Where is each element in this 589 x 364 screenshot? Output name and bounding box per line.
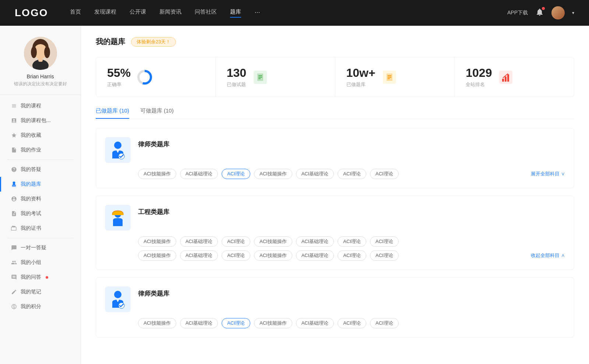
main-layout: Brian Harris 错误的决定比没有决定要好 我的课程 我的课程包... …: [0, 26, 589, 364]
svg-rect-16: [112, 214, 124, 215]
stat-done-questions-value: 130: [227, 66, 246, 80]
tag-law2-skill-op-2[interactable]: ACI技能操作: [254, 318, 292, 328]
sidebar-item-my-course[interactable]: 我的课程: [0, 99, 81, 113]
package-icon: [11, 118, 17, 124]
sidebar-item-my-favorites[interactable]: 我的收藏: [0, 128, 81, 143]
main-content: 我的题库 体验剩余23天！ 55% 正确率 130: [81, 26, 589, 364]
avatar-image: [551, 6, 565, 19]
tag-law2-theory-2[interactable]: ACI理论: [338, 318, 366, 328]
sidebar-item-my-qa[interactable]: 我的答疑: [0, 162, 81, 177]
stats-row: 55% 正确率 130 已做试题: [96, 57, 574, 97]
note-icon: [11, 289, 17, 295]
tag-eng-basic-theory-1[interactable]: ACI基础理论: [180, 236, 218, 247]
tag-eng2-skill-op-1[interactable]: ACI技能操作: [138, 250, 176, 261]
tag-aci-skill-op-1[interactable]: ACI技能操作: [138, 169, 176, 179]
tag-eng2-skill-op-2[interactable]: ACI技能操作: [254, 250, 292, 261]
nav-discover[interactable]: 发现课程: [94, 8, 116, 18]
expand-all-link-lawyer-1[interactable]: 展开全部科目 ∨: [531, 171, 565, 177]
sidebar-label-my-package: 我的课程包...: [21, 117, 51, 124]
tag-eng-basic-theory-2[interactable]: ACI基础理论: [296, 236, 334, 247]
nav-open-course[interactable]: 公开课: [130, 8, 146, 18]
notification-dot: [542, 7, 545, 10]
stat-accuracy-icon: [137, 70, 152, 85]
forum-qa-dot: [46, 276, 48, 279]
tag-aci-skill-op-2[interactable]: ACI技能操作: [254, 169, 292, 179]
tag-eng-skill-op-2[interactable]: ACI技能操作: [254, 236, 292, 247]
tag-law2-basic-theory-2[interactable]: ACI基础理论: [296, 318, 334, 328]
app-download-link[interactable]: APP下载: [507, 10, 528, 16]
tag-eng2-basic-theory-2[interactable]: ACI基础理论: [296, 250, 334, 261]
page-header: 我的题库 体验剩余23天！: [96, 37, 574, 47]
nav-qbank[interactable]: 题库: [230, 8, 241, 18]
tag-eng-theory-1[interactable]: ACI理论: [222, 236, 250, 247]
tag-eng2-theory-3[interactable]: ACI理论: [370, 250, 399, 261]
stat-ranking-icon: [498, 70, 513, 85]
tag-law2-basic-theory-1[interactable]: ACI基础理论: [180, 318, 218, 328]
tag-eng2-theory-2[interactable]: ACI理论: [338, 250, 366, 261]
sidebar-label-my-profile: 我的资料: [21, 196, 41, 202]
sidebar-item-my-homework[interactable]: 我的作业: [0, 143, 81, 157]
sidebar-item-my-notes[interactable]: 我的笔记: [0, 285, 81, 299]
sidebar-label-my-favorites: 我的收藏: [21, 132, 41, 139]
tag-aci-theory-2[interactable]: ACI理论: [338, 169, 366, 179]
doc-green-icon: [254, 71, 267, 84]
nav-home[interactable]: 首页: [70, 8, 81, 18]
tag-eng-theory-2[interactable]: ACI理论: [338, 236, 366, 247]
tag-eng2-basic-theory-1[interactable]: ACI基础理论: [180, 250, 218, 261]
qbank-tags-engineer-row2: ACI技能操作 ACI基础理论 ACI理论 ACI技能操作 ACI基础理论 AC…: [105, 250, 565, 261]
qbank-title-engineer: 工程类题库: [138, 208, 169, 216]
tag-aci-theory-active-1[interactable]: ACI理论: [222, 169, 250, 179]
tag-eng-theory-3[interactable]: ACI理论: [370, 236, 399, 247]
nav-menu: 首页 发现课程 公开课 新闻资讯 问答社区 题库 ···: [70, 8, 507, 18]
tab-available-banks[interactable]: 可做题库 (10): [140, 107, 174, 119]
course-icon: [11, 103, 17, 109]
sidebar-item-my-exam[interactable]: 我的考试: [0, 206, 81, 221]
lawyer-svg-icon-2: [109, 289, 127, 310]
stat-done-questions-icon: [253, 70, 268, 85]
tutor-icon: [11, 245, 17, 251]
tag-aci-basic-theory-1[interactable]: ACI基础理论: [180, 169, 218, 179]
tag-aci-theory-3[interactable]: ACI理论: [370, 169, 399, 179]
sidebar-item-my-group[interactable]: 我的小组: [0, 255, 81, 270]
stat-accuracy-value: 55%: [107, 66, 131, 80]
user-menu-chevron[interactable]: ▾: [572, 10, 574, 15]
engineer-svg-icon: [109, 208, 127, 228]
tag-aci-basic-theory-2[interactable]: ACI基础理论: [296, 169, 334, 179]
sidebar-label-my-points: 我的积分: [21, 303, 41, 310]
collapse-all-link-engineer[interactable]: 收起全部科目 ∧: [531, 252, 565, 259]
svg-rect-11: [505, 76, 507, 82]
sidebar-item-forum-qa[interactable]: 我的问答: [0, 270, 81, 285]
sidebar-item-my-qbank[interactable]: 我的题库: [0, 177, 81, 192]
stat-done-banks-label: 已做题库: [346, 81, 375, 88]
stat-accuracy-label: 正确率: [107, 81, 131, 88]
qbank-card-header-engineer: 工程类题库: [105, 205, 565, 231]
user-avatar[interactable]: [551, 6, 565, 19]
sidebar-item-tutor[interactable]: 一对一答疑: [0, 240, 81, 255]
svg-point-17: [114, 291, 121, 298]
tag-law2-skill-op-1[interactable]: ACI技能操作: [138, 318, 176, 328]
nav-more[interactable]: ···: [254, 8, 260, 18]
stat-done-questions: 130 已做试题: [216, 57, 335, 97]
sidebar-username: Brian Harris: [0, 74, 81, 79]
tag-law2-theory-3[interactable]: ACI理论: [370, 318, 399, 328]
qbank-icon-lawyer-2: [105, 286, 131, 312]
tag-eng2-theory-1[interactable]: ACI理论: [222, 250, 250, 261]
navbar: LOGO 首页 发现课程 公开课 新闻资讯 问答社区 题库 ··· APP下载 …: [0, 0, 589, 26]
stat-done-questions-content: 130 已做试题: [227, 66, 246, 88]
sidebar-item-my-package[interactable]: 我的课程包...: [0, 113, 81, 128]
profile-icon: [11, 196, 17, 202]
sidebar-item-my-profile[interactable]: 我的资料: [0, 192, 81, 206]
qbank-tags-lawyer-1: ACI技能操作 ACI基础理论 ACI理论 ACI技能操作 ACI基础理论 AC…: [105, 169, 565, 179]
tab-done-banks[interactable]: 已做题库 (10): [96, 107, 129, 119]
tag-law2-theory-active[interactable]: ACI理论: [222, 318, 250, 328]
nav-qa[interactable]: 问答社区: [195, 8, 217, 18]
sidebar-item-my-cert[interactable]: 我的证书: [0, 221, 81, 236]
nav-news[interactable]: 新闻资讯: [159, 8, 181, 18]
logo[interactable]: LOGO: [15, 7, 48, 19]
notification-bell[interactable]: [535, 8, 544, 18]
trial-badge: 体验剩余23天！: [131, 37, 176, 47]
exam-icon: [11, 211, 17, 217]
tag-eng-skill-op-1[interactable]: ACI技能操作: [138, 236, 176, 247]
sidebar-label-my-homework: 我的作业: [21, 147, 41, 153]
sidebar-item-my-points[interactable]: 我的积分: [0, 299, 81, 314]
